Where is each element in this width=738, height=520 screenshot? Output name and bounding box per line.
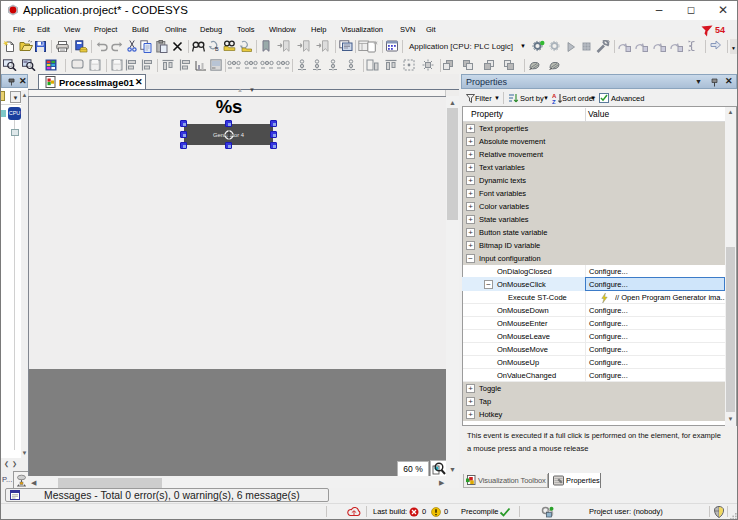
svg-text:B: B: [215, 46, 219, 52]
svg-text:Z: Z: [552, 99, 556, 104]
